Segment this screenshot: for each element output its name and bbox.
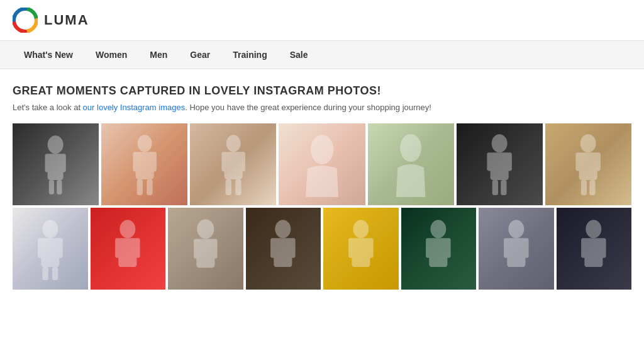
svg-rect-24: [506, 152, 512, 171]
svg-rect-34: [41, 238, 59, 267]
svg-rect-16: [239, 152, 245, 171]
svg-rect-11: [136, 179, 142, 195]
svg-rect-60: [507, 238, 525, 267]
svg-rect-26: [501, 180, 506, 195]
photo-item-6[interactable]: [457, 123, 543, 205]
nav-item-men[interactable]: Men: [138, 41, 179, 69]
svg-rect-25: [492, 180, 498, 195]
photo-item-4[interactable]: [279, 123, 365, 205]
svg-rect-4: [61, 154, 66, 172]
logo-container[interactable]: LUMA: [13, 8, 89, 33]
svg-point-19: [311, 135, 333, 164]
photo-item-10[interactable]: [168, 208, 243, 290]
svg-rect-65: [581, 238, 587, 257]
nav-link-whats-new[interactable]: What's New: [13, 41, 84, 69]
svg-rect-6: [57, 180, 62, 195]
svg-point-47: [275, 220, 291, 238]
svg-rect-29: [576, 152, 582, 171]
svg-rect-54: [367, 238, 373, 257]
svg-rect-22: [491, 152, 509, 180]
svg-rect-32: [589, 180, 595, 195]
svg-rect-36: [57, 238, 62, 257]
svg-rect-18: [235, 179, 241, 195]
nav-link-gear[interactable]: Gear: [179, 41, 221, 69]
nav-link-women[interactable]: Women: [84, 41, 138, 69]
svg-point-43: [197, 219, 214, 239]
svg-rect-12: [147, 179, 152, 195]
svg-point-55: [431, 220, 447, 238]
photo-item-3[interactable]: [190, 123, 276, 205]
svg-rect-64: [585, 238, 603, 267]
photo-item-1[interactable]: [13, 123, 99, 205]
svg-point-1: [48, 135, 64, 154]
header: LUMA: [0, 0, 644, 41]
svg-rect-41: [115, 238, 121, 257]
logo-text: LUMA: [44, 12, 89, 28]
photo-item-14[interactable]: [479, 208, 554, 290]
main-content: GREAT MOMENTS CAPTURED IN LOVELY INSTAGR…: [0, 69, 644, 302]
svg-point-63: [586, 220, 602, 238]
svg-rect-3: [45, 154, 50, 172]
nav-list: What's New Women Men Gear Training Sale: [13, 41, 631, 69]
svg-point-39: [120, 220, 136, 238]
svg-rect-42: [135, 238, 140, 257]
svg-point-51: [353, 220, 369, 238]
section-title: GREAT MOMENTS CAPTURED IN LOVELY INSTAGR…: [13, 84, 631, 98]
svg-rect-45: [194, 239, 199, 258]
photo-item-13[interactable]: [401, 208, 477, 290]
svg-rect-61: [504, 238, 509, 257]
nav-link-sale[interactable]: Sale: [279, 41, 319, 69]
photo-item-8[interactable]: [13, 208, 88, 290]
photo-item-12[interactable]: [323, 208, 399, 290]
svg-point-27: [580, 134, 596, 152]
svg-point-21: [492, 134, 508, 152]
photo-item-11[interactable]: [246, 208, 321, 290]
svg-rect-46: [211, 239, 217, 258]
nav-item-training[interactable]: Training: [221, 41, 278, 69]
svg-rect-49: [270, 238, 276, 257]
svg-rect-50: [290, 238, 296, 257]
svg-rect-38: [52, 267, 58, 280]
nav-item-women[interactable]: Women: [84, 41, 138, 69]
photo-grid: [13, 123, 631, 290]
photo-item-15[interactable]: [557, 208, 632, 290]
nav-item-sale[interactable]: Sale: [279, 41, 319, 69]
nav-item-whats-new[interactable]: What's New: [13, 41, 84, 69]
svg-rect-17: [225, 179, 231, 195]
svg-rect-40: [119, 238, 137, 267]
nav-link-training[interactable]: Training: [221, 41, 278, 69]
nav-item-gear[interactable]: Gear: [179, 41, 221, 69]
svg-rect-56: [430, 238, 448, 267]
svg-rect-15: [221, 152, 227, 171]
svg-rect-23: [487, 152, 493, 171]
svg-rect-48: [274, 238, 292, 267]
svg-rect-53: [348, 238, 354, 257]
svg-rect-35: [38, 238, 43, 257]
luma-logo-icon: [13, 8, 38, 33]
svg-point-13: [226, 135, 240, 152]
nav-link-men[interactable]: Men: [138, 41, 179, 69]
svg-rect-66: [601, 238, 606, 257]
photo-row-1: [13, 123, 631, 205]
svg-rect-9: [133, 152, 138, 171]
photo-item-9[interactable]: [91, 208, 166, 290]
photo-item-7[interactable]: [545, 123, 631, 205]
svg-rect-30: [595, 152, 601, 171]
svg-rect-5: [49, 180, 54, 195]
svg-point-7: [137, 135, 152, 152]
svg-rect-28: [579, 152, 597, 180]
section-subtitle: Let's take a look at our lovely Instagra…: [13, 103, 631, 112]
instagram-link[interactable]: our lovely Instagram images: [83, 103, 186, 112]
photo-row-2: [13, 208, 631, 290]
svg-rect-52: [352, 238, 370, 267]
svg-point-20: [400, 134, 421, 162]
svg-rect-10: [150, 152, 156, 171]
svg-rect-57: [426, 238, 431, 257]
photo-item-5[interactable]: [368, 123, 454, 205]
svg-point-33: [42, 220, 58, 238]
photo-item-2[interactable]: [101, 123, 187, 205]
svg-rect-62: [523, 238, 528, 257]
svg-point-59: [508, 220, 524, 238]
svg-rect-58: [445, 238, 451, 257]
svg-rect-31: [581, 180, 587, 195]
